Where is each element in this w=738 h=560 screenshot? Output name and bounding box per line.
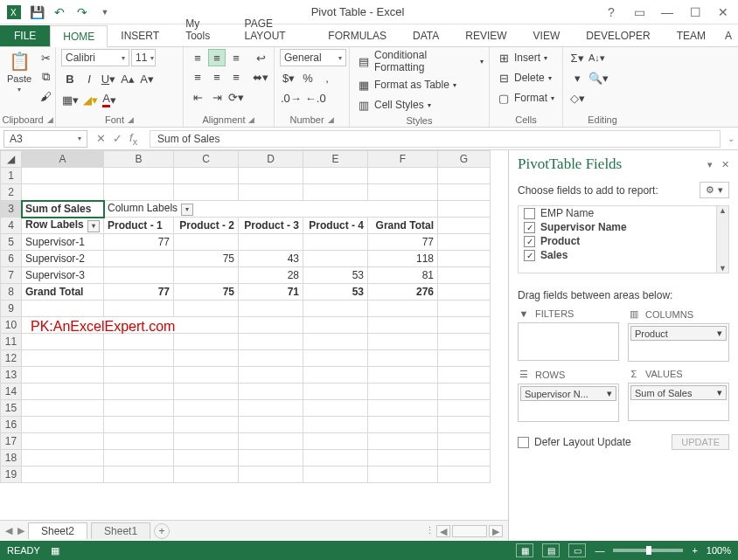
format-as-table-button[interactable]: ▦Format as Table▾	[355, 76, 484, 93]
view-page-break-icon[interactable]: ▭	[568, 543, 586, 557]
decrease-decimal-icon[interactable]: ←.0	[304, 89, 327, 107]
fill-color-button[interactable]: ◢▾	[81, 91, 99, 108]
pivot-area-rows[interactable]: ☰ROWS Supervisor N...▾	[518, 369, 619, 422]
cell-c4[interactable]: Product - 2	[174, 218, 239, 234]
col-header[interactable]: B	[104, 151, 174, 168]
clear-icon[interactable]: ◇▾	[568, 89, 586, 107]
col-header[interactable]: F	[368, 151, 438, 168]
align-right-icon[interactable]: ≡	[227, 68, 245, 86]
cell-f8[interactable]: 276	[368, 284, 438, 301]
undo-icon[interactable]: ↶	[51, 3, 68, 21]
pivot-area-values[interactable]: ΣVALUES Sum of Sales▾	[628, 369, 729, 422]
row-header[interactable]: 8	[1, 284, 22, 301]
help-icon[interactable]: ?	[602, 5, 621, 19]
paste-button[interactable]: 📋 Paste ▾	[5, 49, 33, 95]
delete-cell-button[interactable]: ⊟Delete▾	[495, 69, 554, 86]
checkbox-checked[interactable]: ✓	[524, 250, 535, 261]
increase-decimal-icon[interactable]: .0→	[280, 89, 303, 107]
row-header[interactable]: 15	[1, 400, 22, 417]
cell-c6[interactable]: 75	[174, 251, 239, 267]
cell-styles-button[interactable]: ▥Cell Styles▾	[355, 96, 484, 114]
close-icon[interactable]: ✕	[714, 5, 733, 19]
row-header[interactable]: 3	[1, 201, 22, 218]
align-center-icon[interactable]: ≡	[208, 68, 226, 86]
worksheet[interactable]: ◢ A B C D E F G 1 2 3 Sum of Sales Colum…	[0, 150, 509, 541]
field-chip[interactable]: Supervisor N...▾	[520, 386, 616, 401]
cell-a4[interactable]: Row Labels▾	[22, 218, 104, 234]
sort-filter-icon[interactable]: A↓▾	[588, 49, 606, 66]
cell-a6[interactable]: Supervisor-2	[22, 251, 104, 267]
row-header[interactable]: 10	[1, 317, 22, 334]
row-header[interactable]: 1	[1, 168, 22, 184]
scroll-up-icon[interactable]: ▲	[719, 206, 727, 215]
cancel-formula-icon[interactable]: ✕	[96, 132, 106, 145]
defer-layout-checkbox[interactable]: Defer Layout Update	[518, 436, 631, 448]
row-header[interactable]: 12	[1, 350, 22, 367]
cell-b4[interactable]: Product - 1	[104, 218, 174, 234]
col-header[interactable]: C	[174, 151, 239, 168]
sheet-tab-active[interactable]: Sheet2	[28, 522, 87, 539]
cell-a7[interactable]: Supervisor-3	[22, 267, 104, 284]
field-chip[interactable]: Product▾	[630, 326, 727, 341]
border-button[interactable]: ▦▾	[61, 91, 80, 108]
col-header[interactable]: G	[438, 151, 491, 168]
row-header[interactable]: 4	[1, 218, 22, 234]
align-bottom-icon[interactable]: ≡	[227, 49, 245, 66]
number-format-select[interactable]: General▾	[280, 49, 346, 66]
checkbox-checked[interactable]: ✓	[524, 222, 535, 233]
cell-d4[interactable]: Product - 3	[239, 218, 303, 234]
scroll-down-icon[interactable]: ▼	[719, 264, 727, 273]
cell-b5[interactable]: 77	[104, 234, 174, 251]
pivot-field-list[interactable]: EMP Name ✓Supervisor Name ✓Product ✓Sale…	[518, 205, 729, 273]
zoom-in-icon[interactable]: +	[692, 545, 697, 556]
ribbon-options-icon[interactable]: ▭	[630, 5, 649, 19]
fill-icon[interactable]: ▾	[568, 69, 586, 86]
cell-d6[interactable]: 43	[239, 251, 303, 267]
merge-center-icon[interactable]: ⬌▾	[252, 68, 269, 86]
percent-icon[interactable]: %	[299, 69, 317, 86]
tab-mytools[interactable]: My Tools	[172, 12, 231, 46]
col-header[interactable]: A	[22, 151, 104, 168]
cell-b8[interactable]: 77	[104, 284, 174, 301]
tab-file[interactable]: FILE	[0, 25, 50, 46]
tab-insert[interactable]: INSERT	[108, 24, 172, 46]
tab-view[interactable]: VIEW	[520, 24, 574, 46]
new-sheet-button[interactable]: +	[154, 523, 170, 539]
pivot-field-item[interactable]: ✓Product	[519, 234, 728, 248]
pivot-area-columns[interactable]: ▥COLUMNS Product▾	[628, 308, 729, 362]
cell-a3[interactable]: Sum of Sales	[22, 201, 104, 218]
cell-e7[interactable]: 53	[303, 267, 368, 284]
orientation-icon[interactable]: ⟳▾	[227, 88, 245, 106]
tab-review[interactable]: REVIEW	[452, 24, 519, 46]
col-header[interactable]: D	[239, 151, 303, 168]
increase-indent-icon[interactable]: ⇥	[208, 88, 226, 106]
zoom-level[interactable]: 100%	[707, 545, 731, 556]
wrap-text-icon[interactable]: ↩	[252, 49, 269, 66]
cell-b3[interactable]: Column Labels▾	[104, 201, 438, 218]
minimize-icon[interactable]: —	[658, 5, 677, 19]
align-middle-icon[interactable]: ≡	[208, 49, 226, 66]
tab-data[interactable]: DATA	[400, 24, 452, 46]
redo-icon[interactable]: ↷	[73, 3, 91, 21]
tab-formulas[interactable]: FORMULAS	[315, 24, 400, 46]
pivot-layout-options-button[interactable]: ⚙▾	[700, 182, 729, 198]
row-header[interactable]: 16	[1, 417, 22, 433]
enter-formula-icon[interactable]: ✓	[113, 132, 122, 145]
fx-icon[interactable]: fx	[129, 131, 137, 147]
copy-icon[interactable]: ⧉	[37, 68, 54, 86]
currency-icon[interactable]: $▾	[280, 69, 297, 86]
hscroll-left-icon[interactable]: ◀	[436, 525, 450, 537]
tab-developer[interactable]: DEVELOPER	[573, 24, 663, 46]
cell-f4[interactable]: Grand Total	[368, 218, 438, 234]
row-header[interactable]: 5	[1, 234, 22, 251]
font-size-select[interactable]: 11▾	[131, 49, 156, 66]
tab-overflow[interactable]: A	[719, 24, 738, 46]
row-header[interactable]: 13	[1, 367, 22, 384]
align-top-icon[interactable]: ≡	[189, 49, 206, 66]
pivot-pane-close-icon[interactable]: ✕	[721, 159, 729, 170]
comma-icon[interactable]: ,	[318, 69, 336, 86]
align-left-icon[interactable]: ≡	[189, 68, 206, 86]
conditional-formatting-button[interactable]: ▤Conditional Formatting▾	[355, 49, 484, 73]
column-labels-dropdown[interactable]: ▾	[181, 204, 193, 216]
cell-e8[interactable]: 53	[303, 284, 368, 301]
